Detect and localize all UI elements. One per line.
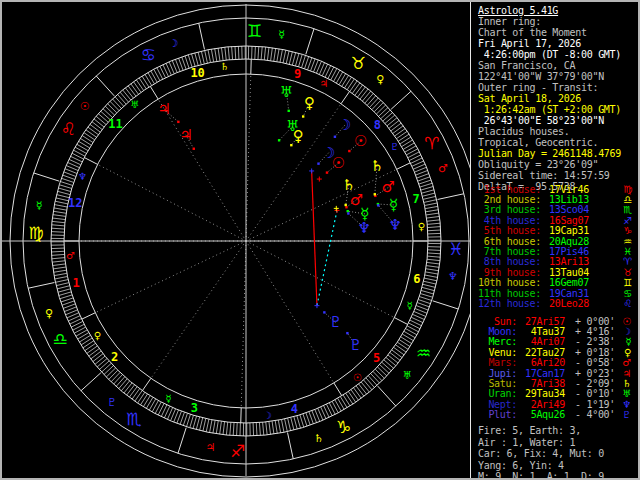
house-label: 10th house:: [475, 277, 541, 288]
degree-tick: [53, 267, 66, 269]
degree-tick: [52, 254, 65, 255]
planet-velocity: + 4°16': [575, 326, 615, 337]
header-line: 122°41'00"W 37°79'00"N: [478, 71, 638, 82]
transit-planet-sun-icon: ☉: [354, 132, 367, 150]
sign-boundary: [288, 433, 294, 459]
degree-tick: [120, 92, 128, 102]
degree-tick: [425, 203, 438, 206]
degree-tick: [362, 91, 370, 101]
degree-tick: [83, 341, 94, 348]
wheel-sign-ruler-icon: ☿: [278, 28, 285, 41]
house-number-1: 1: [72, 276, 79, 290]
degree-tick: [395, 129, 406, 136]
degree-tick: [255, 46, 256, 59]
transit-planet-mercury-icon: ☿: [389, 196, 398, 214]
degree-tick: [386, 357, 396, 365]
house-ruler-icon: ♀: [418, 221, 425, 232]
transit-planet-mars-icon: ♂: [382, 178, 395, 196]
header-line: Sidereal time: 14:57:59: [478, 170, 638, 181]
house-label: 9th house:: [475, 267, 541, 278]
transit-planet-dot: [302, 115, 304, 117]
degree-tick: [230, 422, 231, 435]
degree-tick: [91, 351, 101, 359]
degree-tick: [84, 133, 95, 140]
degree-tick: [419, 180, 431, 184]
header-line: Obliquity = 23°26'09": [478, 159, 638, 170]
degree-tick: [211, 49, 213, 62]
degree-tick: [52, 221, 65, 222]
zodiac-sign-icon: ♎: [623, 194, 638, 205]
wheel-sign-ruler-icon: ♂: [438, 162, 448, 175]
header-line: Julian Day = 2461148.4769: [478, 148, 638, 159]
degree-tick: [253, 423, 254, 436]
degree-tick: [352, 83, 360, 94]
house-cusp-line: [151, 241, 246, 378]
transit-planet-dot: [377, 204, 379, 206]
degree-tick: [55, 201, 68, 204]
degree-tick: [232, 47, 233, 60]
degree-tick: [52, 258, 65, 259]
degree-tick: [428, 250, 441, 251]
degree-tick: [152, 401, 158, 412]
degree-tick: [78, 141, 89, 148]
degree-tick: [359, 384, 367, 394]
transit-planet-neptune-icon: ♆: [388, 216, 401, 234]
planet-position: 2Ari49: [517, 399, 565, 410]
house-cusp-value: 13Ari13: [541, 256, 589, 267]
transit-planet-uranus-icon: ♅: [280, 83, 293, 101]
degree-tick: [339, 73, 346, 84]
degree-tick: [200, 418, 203, 431]
natal-planet-saturn-icon: ♄: [342, 176, 355, 194]
degree-tick: [106, 368, 115, 377]
degree-tick: [360, 89, 368, 99]
degree-tick: [356, 386, 364, 396]
house-cusp-segment: [142, 378, 151, 390]
degree-tick: [406, 149, 417, 155]
degree-tick: [135, 391, 142, 402]
degree-tick: [97, 359, 107, 367]
degree-tick: [402, 334, 413, 341]
house-cusp-value: 16Sag07: [541, 215, 589, 226]
wheel-sign-capricorn: ♑: [336, 417, 351, 437]
degree-tick: [116, 377, 125, 387]
house-cusp-segment: [150, 86, 158, 99]
degree-tick: [393, 126, 403, 134]
header-line: Outer ring - Transit:: [478, 82, 638, 93]
degree-tick: [131, 84, 139, 94]
house-row: 8th house:13Ari13♈: [475, 257, 638, 267]
degree-tick: [305, 56, 309, 68]
house-label: 5th house:: [475, 225, 541, 236]
degree-tick: [347, 79, 354, 90]
degree-tick: [129, 387, 137, 397]
degree-tick: [280, 49, 282, 62]
house-ruler-icon: ♄: [220, 61, 229, 72]
planet-row: Merc: 4Ari07- 2°38'☿: [475, 337, 638, 347]
planet-icon: ☽: [622, 326, 638, 337]
element-summary: Fire: 5, Earth: 3,Air : 1, Water: 1Car: …: [478, 425, 638, 478]
degree-tick: [59, 185, 71, 189]
header-line: 26°43'00"E 58°23'00"N: [478, 115, 638, 126]
degree-tick: [127, 385, 135, 395]
planet-row: Nept: 2Ari49- 1°19'♆: [475, 399, 638, 409]
header-line: 4:26:00pm (DT -8:00 GMT): [478, 49, 638, 60]
degree-tick: [346, 393, 353, 404]
degree-tick: [110, 101, 119, 110]
house-label: 2nd house:: [475, 194, 541, 205]
degree-tick: [98, 114, 108, 122]
degree-tick: [264, 47, 265, 60]
degree-tick: [342, 75, 349, 86]
degree-tick: [58, 289, 71, 292]
house-cusp-line: [95, 241, 246, 313]
degree-tick: [121, 381, 129, 391]
house-cusp-segment: [394, 318, 407, 325]
wheel-sign-ruler-icon: ♃: [205, 441, 215, 454]
degree-tick: [274, 48, 276, 61]
wheel-sign-taurus: ♉: [350, 53, 365, 73]
degree-tick: [357, 87, 365, 97]
sign-boundary: [433, 301, 459, 309]
degree-tick: [398, 134, 409, 141]
planet-row: Plut: 5Aqu26- 4°00'♇: [475, 410, 638, 420]
house-row: 12th house:20Leo28♌: [475, 298, 638, 308]
wheel-sign-ruler-icon: ♆: [448, 270, 458, 283]
degree-tick: [99, 361, 109, 370]
